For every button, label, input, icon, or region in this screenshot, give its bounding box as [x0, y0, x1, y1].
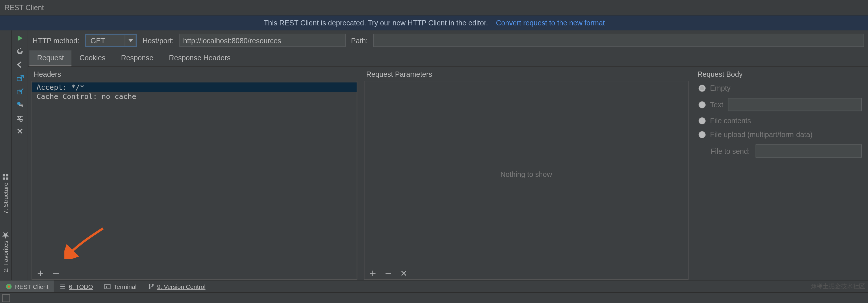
svg-rect-3 [3, 174, 5, 176]
parameters-empty-text: Nothing to show [364, 81, 688, 267]
svg-rect-11 [21, 106, 23, 107]
body-empty-radio[interactable] [699, 85, 706, 92]
host-port-label: Host/port: [143, 36, 174, 45]
svg-marker-4 [2, 231, 9, 238]
tab-response-headers[interactable]: Response Headers [161, 50, 238, 66]
svg-rect-2 [6, 174, 8, 176]
request-line: HTTP method: GET Host/port: Path: [28, 30, 868, 50]
tab-cookies[interactable]: Cookies [72, 50, 113, 66]
chevron-down-icon[interactable] [125, 35, 136, 46]
star-icon [2, 231, 9, 238]
status-indicator-icon[interactable] [2, 294, 10, 302]
add-param-button[interactable] [369, 270, 377, 277]
tab-request[interactable]: Request [29, 50, 72, 66]
status-bar [0, 292, 868, 303]
structure-icon [2, 173, 9, 180]
svg-rect-0 [6, 177, 8, 180]
settings-icon[interactable] [15, 113, 24, 122]
back-icon[interactable] [15, 60, 24, 69]
todo-tool-button[interactable]: 6: TODO [54, 280, 99, 292]
auth-icon[interactable] [15, 100, 24, 109]
version-control-tool-button[interactable]: 9: Version Control [142, 280, 211, 292]
export-icon[interactable] [15, 74, 24, 82]
request-body-panel: Request Body Empty Text [692, 67, 868, 280]
body-text-radio[interactable] [699, 101, 706, 108]
remove-header-button[interactable] [52, 270, 60, 277]
http-method-value: GET [86, 36, 125, 45]
body-file-contents-radio[interactable] [699, 117, 706, 124]
svg-marker-12 [128, 39, 133, 42]
body-text-label: Text [710, 100, 723, 109]
run-icon[interactable] [15, 34, 24, 43]
convert-request-link[interactable]: Convert request to the new format [496, 19, 605, 27]
path-input[interactable] [373, 34, 864, 47]
left-vertical-tabs: 7: Structure 2: Favorites [0, 30, 11, 280]
body-empty-label: Empty [710, 84, 731, 92]
svg-rect-1 [3, 177, 5, 180]
deprecation-banner: This REST Client is deprecated. Try our … [0, 15, 868, 31]
file-to-send-label: File to send: [711, 147, 750, 155]
window-title: REST Client [0, 0, 868, 15]
clear-params-button[interactable] [400, 270, 408, 277]
request-body-title: Request Body [695, 67, 865, 81]
body-text-input[interactable] [728, 98, 862, 111]
header-row[interactable]: Accept: */* [32, 82, 356, 92]
terminal-tool-button[interactable]: Terminal [98, 280, 142, 292]
watermark: @稀土掘金技术社区 [810, 282, 868, 291]
request-parameters-panel: Request Parameters Nothing to show [361, 67, 692, 280]
headers-list[interactable]: Accept: */* Cache-Control: no-cache [32, 81, 356, 267]
request-tabs: Request Cookies Response Response Header… [28, 50, 868, 67]
body-file-upload-label: File upload (multipart/form-data) [710, 130, 813, 139]
http-method-label: HTTP method: [33, 36, 80, 45]
terminal-icon [104, 283, 111, 290]
svg-point-15 [8, 285, 10, 288]
banner-text: This REST Client is deprecated. Try our … [264, 19, 488, 27]
headers-panel: Headers Accept: */* Cache-Control: no-ca… [28, 67, 361, 280]
favorites-tool-tab[interactable]: 2: Favorites [0, 228, 11, 276]
body-file-contents-label: File contents [710, 116, 751, 125]
request-parameters-title: Request Parameters [364, 67, 688, 81]
rest-client-tool-button[interactable]: REST Client [0, 280, 54, 292]
svg-marker-6 [20, 47, 21, 49]
body-file-upload-radio[interactable] [699, 131, 706, 138]
action-toolbar [11, 30, 28, 280]
header-row[interactable]: Cache-Control: no-cache [32, 92, 356, 101]
svg-rect-16 [104, 284, 110, 288]
svg-rect-10 [19, 104, 23, 106]
headers-title: Headers [31, 67, 357, 81]
rest-client-icon [5, 283, 12, 290]
refresh-icon[interactable] [15, 47, 24, 56]
structure-tool-tab[interactable]: 7: Structure [0, 170, 11, 217]
host-port-input[interactable] [179, 34, 345, 47]
svg-marker-5 [17, 35, 22, 41]
import-icon[interactable] [15, 87, 24, 96]
file-to-send-input[interactable] [755, 144, 862, 158]
path-label: Path: [351, 36, 368, 45]
http-method-select[interactable]: GET [85, 34, 137, 47]
bottom-toolbar: REST Client 6: TODO Terminal 9: Version … [0, 280, 868, 292]
branch-icon [148, 283, 154, 290]
list-icon [60, 283, 66, 290]
close-icon[interactable] [15, 127, 24, 136]
add-header-button[interactable] [37, 270, 44, 277]
tab-response[interactable]: Response [113, 50, 161, 66]
remove-param-button[interactable] [384, 270, 392, 277]
